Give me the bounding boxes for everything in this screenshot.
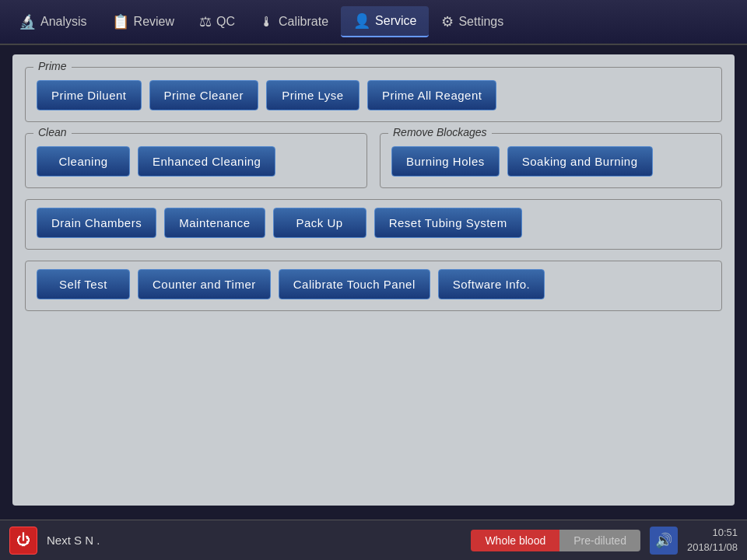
burning-holes-button[interactable]: Burning Holes bbox=[391, 146, 500, 177]
self-test-button[interactable]: Self Test bbox=[37, 269, 130, 299]
drain-chambers-button[interactable]: Drain Chambers bbox=[37, 208, 156, 238]
power-icon: ⏻ bbox=[16, 532, 30, 548]
pre-diluted-button[interactable]: Pre-diluted bbox=[559, 530, 640, 551]
standalone-buttons: Drain Chambers Maintenance Pack Up Reset… bbox=[37, 208, 710, 238]
prime-diluent-button[interactable]: Prime Diluent bbox=[37, 80, 142, 110]
soaking-burning-button[interactable]: Soaking and Burning bbox=[507, 146, 653, 177]
nav-qc[interactable]: ⚖ QC bbox=[187, 7, 247, 37]
standalone-section: Drain Chambers Maintenance Pack Up Reset… bbox=[25, 199, 722, 250]
review-icon: 📋 bbox=[112, 13, 129, 30]
time-display: 10:51 bbox=[687, 526, 738, 540]
main-content: Prime Prime Diluent Prime Cleaner Prime … bbox=[12, 54, 735, 506]
cleaning-button[interactable]: Cleaning bbox=[37, 146, 130, 177]
nav-service[interactable]: 👤 Service bbox=[341, 6, 429, 37]
nav-analysis-label: Analysis bbox=[40, 15, 87, 29]
counter-timer-button[interactable]: Counter and Timer bbox=[138, 269, 271, 299]
speaker-button[interactable]: 🔊 bbox=[650, 527, 678, 555]
blockages-buttons: Burning Holes Soaking and Burning bbox=[391, 146, 710, 177]
settings-icon: ⚙ bbox=[441, 13, 454, 30]
qc-icon: ⚖ bbox=[199, 13, 212, 30]
next-sn-label: Next S N . bbox=[47, 534, 461, 547]
nav-review[interactable]: 📋 Review bbox=[100, 7, 187, 37]
calibrate-touch-panel-button[interactable]: Calibrate Touch Panel bbox=[279, 269, 430, 299]
bottom-buttons: Self Test Counter and Timer Calibrate To… bbox=[37, 269, 710, 299]
prime-section: Prime Prime Diluent Prime Cleaner Prime … bbox=[25, 67, 722, 122]
enhanced-cleaning-button[interactable]: Enhanced Cleaning bbox=[138, 146, 275, 177]
blood-type-selector: Whole blood Pre-diluted bbox=[471, 530, 640, 551]
whole-blood-button[interactable]: Whole blood bbox=[471, 530, 559, 551]
nav-qc-label: QC bbox=[216, 15, 235, 29]
maintenance-button[interactable]: Maintenance bbox=[164, 208, 265, 238]
nav-review-label: Review bbox=[134, 15, 174, 29]
remove-blockages-section: Remove Blockages Burning Holes Soaking a… bbox=[380, 133, 722, 188]
reset-tubing-button[interactable]: Reset Tubing System bbox=[374, 208, 522, 238]
remove-blockages-label: Remove Blockages bbox=[388, 126, 492, 138]
clean-buttons: Cleaning Enhanced Cleaning bbox=[37, 146, 356, 177]
calibrate-icon: 🌡 bbox=[260, 14, 274, 30]
prime-cleaner-button[interactable]: Prime Cleaner bbox=[149, 80, 258, 110]
nav-service-label: Service bbox=[375, 14, 416, 28]
datetime-display: 10:51 2018/11/08 bbox=[687, 526, 738, 554]
nav-calibrate[interactable]: 🌡 Calibrate bbox=[247, 8, 341, 37]
prime-buttons: Prime Diluent Prime Cleaner Prime Lyse P… bbox=[37, 80, 710, 110]
service-icon: 👤 bbox=[353, 12, 370, 30]
clean-section-label: Clean bbox=[33, 126, 72, 138]
nav-settings-label: Settings bbox=[458, 15, 503, 29]
status-bar: ⏻ Next S N . Whole blood Pre-diluted 🔊 1… bbox=[0, 520, 747, 560]
nav-calibrate-label: Calibrate bbox=[279, 15, 328, 29]
top-navigation: 🔬 Analysis 📋 Review ⚖ QC 🌡 Calibrate 👤 S… bbox=[0, 0, 747, 45]
prime-all-reagent-button[interactable]: Prime All Reagent bbox=[367, 80, 497, 110]
power-button[interactable]: ⏻ bbox=[9, 527, 37, 555]
clean-section: Clean Cleaning Enhanced Cleaning bbox=[25, 133, 367, 188]
analysis-icon: 🔬 bbox=[19, 13, 36, 30]
clean-blockages-row: Clean Cleaning Enhanced Cleaning Remove … bbox=[25, 133, 722, 188]
prime-section-label: Prime bbox=[33, 60, 72, 72]
pack-up-button[interactable]: Pack Up bbox=[273, 208, 366, 238]
nav-settings[interactable]: ⚙ Settings bbox=[429, 7, 516, 37]
software-info-button[interactable]: Software Info. bbox=[438, 269, 545, 299]
date-display: 2018/11/08 bbox=[687, 541, 738, 555]
nav-analysis[interactable]: 🔬 Analysis bbox=[6, 7, 100, 37]
speaker-icon: 🔊 bbox=[655, 532, 672, 549]
prime-lyse-button[interactable]: Prime Lyse bbox=[266, 80, 359, 110]
bottom-section: Self Test Counter and Timer Calibrate To… bbox=[25, 261, 722, 311]
